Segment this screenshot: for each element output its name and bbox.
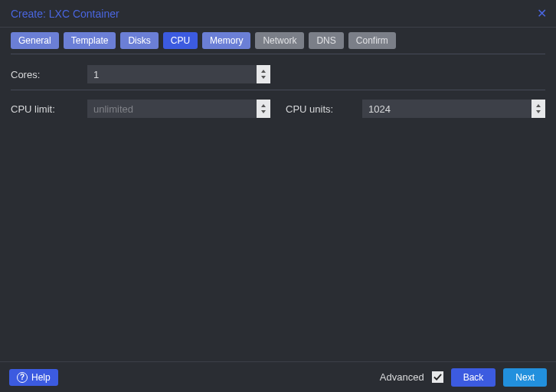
chevron-up-icon (261, 70, 266, 73)
cpu-limit-input[interactable] (87, 100, 257, 118)
tab-dns: DNS (309, 32, 343, 49)
cores-field: Cores: (11, 65, 270, 83)
separator (11, 90, 545, 90)
help-label: Help (31, 372, 51, 383)
chevron-down-icon (536, 110, 541, 113)
cpu-limit-spin-buttons[interactable] (257, 100, 270, 118)
tab-confirm: Confirm (348, 32, 396, 49)
chevron-up-icon (261, 104, 266, 107)
create-container-dialog: Create: LXC Container ✕ General Template… (0, 0, 556, 392)
cores-label: Cores: (11, 69, 87, 80)
advanced-label: Advanced (380, 371, 424, 383)
divider (11, 54, 545, 54)
tab-strip: General Template Disks CPU Memory Networ… (0, 28, 556, 54)
help-icon: ? (17, 372, 28, 383)
chevron-down-icon (261, 76, 266, 79)
cpu-units-spinner (362, 100, 545, 118)
help-button[interactable]: ? Help (9, 369, 58, 386)
close-icon[interactable]: ✕ (537, 6, 547, 21)
cpu-limit-spinner (87, 100, 270, 118)
footer-right: Advanced Back Next (380, 368, 547, 387)
tab-general[interactable]: General (11, 32, 59, 49)
cpu-limit-field: CPU limit: (11, 100, 270, 118)
cpu-units-field: CPU units: (286, 100, 545, 118)
cores-spinner (87, 65, 270, 83)
titlebar: Create: LXC Container ✕ (0, 0, 556, 28)
cpu-units-label: CPU units: (286, 103, 362, 115)
tab-disks[interactable]: Disks (120, 32, 158, 49)
next-button[interactable]: Next (503, 368, 547, 387)
cpu-limit-label: CPU limit: (11, 103, 87, 115)
tab-network: Network (255, 32, 304, 49)
dialog-footer: ? Help Advanced Back Next (0, 361, 556, 392)
advanced-checkbox[interactable] (432, 371, 443, 383)
chevron-up-icon (536, 104, 541, 107)
cpu-units-input[interactable] (362, 100, 531, 118)
tab-cpu[interactable]: CPU (163, 32, 198, 49)
back-button[interactable]: Back (451, 368, 496, 387)
dialog-title: Create: LXC Container (11, 8, 119, 20)
chevron-down-icon (261, 110, 266, 113)
tab-memory[interactable]: Memory (202, 32, 250, 49)
tab-template[interactable]: Template (64, 32, 116, 49)
cores-spin-buttons[interactable] (257, 65, 270, 83)
cpu-units-spin-buttons[interactable] (531, 100, 545, 118)
check-icon (433, 373, 442, 381)
cpu-panel: Cores: CPU limit: (0, 56, 556, 361)
cores-input[interactable] (87, 65, 257, 83)
